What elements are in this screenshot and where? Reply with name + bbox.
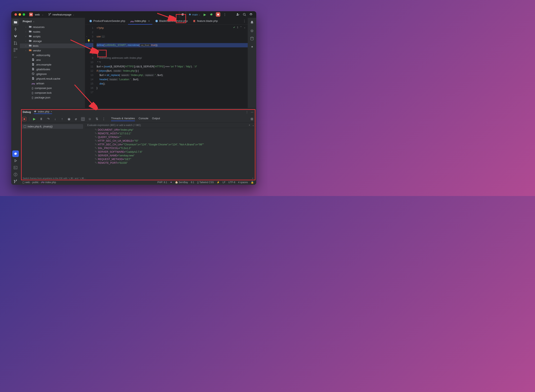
variable-row[interactable]: ⁰₁REMOTE_PORT = "61030" bbox=[85, 161, 256, 165]
editor-tab[interactable]: CBladeCacheService.php bbox=[153, 18, 190, 24]
search-icon[interactable] bbox=[242, 12, 246, 17]
tree-node[interactable]: {}composer.lock bbox=[20, 90, 85, 95]
tree-node[interactable]: ›storage bbox=[20, 39, 85, 43]
frames-pane[interactable]: index.php:6, {main}() bbox=[20, 122, 85, 177]
variable-row[interactable]: ⁰₁SSL_PROTOCOL = "TLSv1.3" bbox=[85, 146, 256, 150]
add-user-icon[interactable] bbox=[236, 12, 240, 17]
tree-node[interactable]: .env.example bbox=[20, 62, 85, 67]
step-over-icon[interactable]: ↷ bbox=[46, 117, 50, 121]
variable-row[interactable]: ⁰₁DOCUMENT_URI = "/index.php" bbox=[85, 128, 256, 132]
step-into-icon[interactable]: ↓ bbox=[53, 117, 57, 121]
debug-tab[interactable]: Threads & Variables bbox=[111, 117, 135, 121]
close-icon[interactable]: × bbox=[51, 110, 52, 113]
filter-icon[interactable]: ⇅ bbox=[95, 117, 99, 121]
cursor-position[interactable]: 6:1 bbox=[191, 181, 194, 184]
tree-node[interactable]: ›resources bbox=[20, 25, 85, 29]
variables-pane[interactable]: Evaluate expression (⌘E) or add a watch … bbox=[85, 122, 256, 177]
gitlab-icon[interactable] bbox=[12, 33, 19, 39]
debug-tab[interactable]: Output bbox=[152, 117, 160, 121]
step-out-icon[interactable]: ↑ bbox=[60, 117, 64, 121]
git-tool-icon[interactable] bbox=[12, 178, 19, 185]
stack-frame[interactable]: index.php:6, {main}() bbox=[22, 124, 83, 129]
stop-button[interactable]: ■ bbox=[216, 12, 220, 17]
tree-node[interactable]: ›vendor bbox=[20, 48, 85, 53]
tabs-more-icon[interactable]: ⋮ bbox=[243, 19, 246, 23]
debug-tool-icon[interactable] bbox=[12, 150, 19, 157]
debug-listener-button[interactable] bbox=[179, 11, 186, 18]
code-area[interactable]: 12›3💡567891011121314151617 <?php use ...… bbox=[85, 25, 248, 108]
tree-node[interactable]: phpartisan bbox=[20, 81, 85, 86]
tree-node[interactable]: {}composer.json bbox=[20, 86, 85, 90]
more-tools-icon[interactable]: ⋯ bbox=[12, 54, 19, 60]
layout-icon[interactable]: ⊞ bbox=[250, 117, 254, 121]
editor-tab[interactable]: feature.blade.php bbox=[191, 18, 220, 24]
evaluate-input[interactable]: Evaluate expression (⌘E) or add a watch … bbox=[85, 122, 256, 128]
variable-row[interactable]: ⁰₁HTTP_SEC_CH_UA = ""Chromium";v="124", … bbox=[85, 143, 256, 146]
variable-row[interactable]: ⁰₁REQUEST_METHOD = "GET" bbox=[85, 157, 256, 161]
debug-button[interactable] bbox=[209, 12, 213, 17]
tree-node[interactable]: .gitignore bbox=[20, 72, 85, 76]
window-controls[interactable] bbox=[14, 13, 25, 16]
tree-node[interactable]: ›tests bbox=[20, 43, 85, 48]
variable-row[interactable]: ⁰₁REMOTE_HOST = "127.0.0.1" bbox=[85, 132, 256, 135]
commit-icon[interactable] bbox=[12, 26, 19, 33]
variable-row[interactable]: ⁰₁HTTP_SEC_CH_UA_MOBILE = "?0" bbox=[85, 139, 256, 143]
tree-node[interactable]: .gitattributes bbox=[20, 67, 85, 72]
line-ending[interactable]: LF bbox=[223, 181, 225, 184]
pause-icon[interactable]: ⏸ bbox=[39, 117, 43, 121]
breadcrumbs[interactable]: ▢ web› public› php index.php bbox=[22, 181, 56, 184]
tree-node[interactable]: ›scripts bbox=[20, 34, 85, 39]
close-icon[interactable]: × bbox=[252, 177, 253, 179]
evaluate-icon[interactable]: ⬚ bbox=[81, 117, 85, 121]
tree-node[interactable]: .env bbox=[20, 58, 85, 62]
ai-icon[interactable]: ◎ bbox=[249, 27, 255, 34]
encoding[interactable]: UTF-8 bbox=[228, 181, 235, 184]
breakpoints-icon[interactable]: ◉ bbox=[67, 117, 71, 121]
pull-requests-icon[interactable] bbox=[12, 40, 19, 46]
more-icon[interactable]: ⋮ bbox=[102, 117, 106, 121]
minimize-icon[interactable]: — bbox=[251, 110, 253, 113]
deploy-icon[interactable]: ⚡ bbox=[217, 181, 220, 184]
debug-session-tab[interactable]: index.php × bbox=[34, 110, 52, 114]
more-icon[interactable]: ⋮ bbox=[246, 110, 248, 113]
services-icon[interactable] bbox=[12, 157, 19, 164]
editor-tab[interactable]: CProductFeatureSeeder.php bbox=[87, 18, 128, 24]
run-button[interactable]: ▶ bbox=[203, 12, 207, 17]
mute-breakpoints-icon[interactable]: ⌀ bbox=[74, 117, 78, 121]
variable-row[interactable]: ⁰₁SERVER_NAME = "servbay.new" bbox=[85, 154, 256, 157]
add-watch-icon[interactable]: + bbox=[249, 124, 250, 126]
chevron-down-icon[interactable]: ⌄ bbox=[252, 124, 254, 126]
tree-node[interactable]: {}package.json bbox=[20, 95, 85, 100]
close-icon[interactable]: × bbox=[148, 19, 150, 23]
run-config[interactable]: main ⌄ bbox=[188, 13, 200, 16]
project-badge[interactable]: W bbox=[29, 13, 33, 16]
project-header[interactable]: Project⌄ bbox=[20, 18, 85, 25]
database-icon[interactable] bbox=[249, 35, 255, 42]
inspections-widget[interactable]: ✔1⌃⌄ bbox=[233, 26, 246, 29]
tree-node[interactable]: .editorconfig bbox=[20, 53, 85, 58]
resume-icon[interactable]: ▶ bbox=[32, 117, 36, 121]
chevron-down-icon[interactable]: ⌄ bbox=[42, 14, 43, 16]
servbay[interactable]: 🏠 ServBay bbox=[175, 181, 188, 184]
servbay-icon[interactable]: ✦ bbox=[170, 181, 172, 184]
stop-icon[interactable]: ■ bbox=[22, 117, 26, 121]
tailwind[interactable]: () Tailwind CSS bbox=[197, 181, 214, 184]
settings-icon[interactable]: ☺ bbox=[88, 117, 92, 121]
tree-node[interactable]: ›routes bbox=[20, 29, 85, 34]
variable-row[interactable]: ⁰₁QUERY_STRING = "" bbox=[85, 135, 256, 139]
project-tree[interactable]: ›resources›routes›scripts›storage›tests›… bbox=[20, 25, 85, 108]
structure-icon[interactable] bbox=[12, 47, 19, 53]
editor-tab[interactable]: phpindex.php× bbox=[128, 18, 152, 24]
variable-row[interactable]: ⁰₁SERVER_SOFTWARE = "Caddy/v2.7.6" bbox=[85, 150, 256, 154]
notifications-icon[interactable] bbox=[249, 19, 255, 26]
tree-node[interactable]: .phpunit.result.cache bbox=[20, 76, 85, 81]
debug-tab[interactable]: Console bbox=[139, 117, 148, 121]
terminal-icon[interactable] bbox=[12, 164, 19, 171]
more-icon[interactable]: ⋮ bbox=[223, 12, 227, 17]
project-tool-icon[interactable] bbox=[12, 19, 19, 26]
gear-icon[interactable] bbox=[249, 12, 253, 17]
ai-assistant-icon[interactable]: ✦ bbox=[249, 43, 255, 50]
problems-icon[interactable] bbox=[12, 171, 19, 178]
php-version[interactable]: PHP: 8.1 bbox=[157, 181, 167, 184]
project-name[interactable]: web bbox=[35, 13, 40, 16]
